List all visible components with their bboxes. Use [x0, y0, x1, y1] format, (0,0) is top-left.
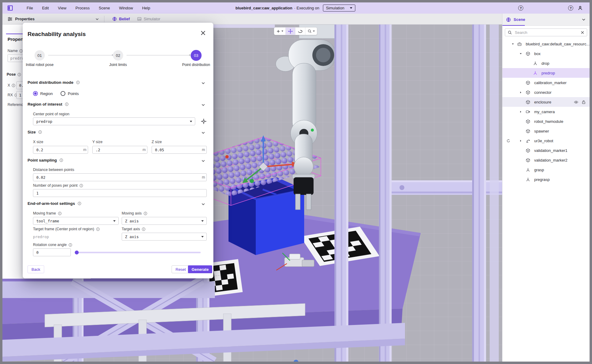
info-icon[interactable] [76, 80, 80, 84]
generate-button[interactable]: Generate [188, 265, 212, 273]
tree-item-pregrasp[interactable]: pregrasp [502, 175, 590, 184]
step-2-number: 02 [116, 53, 120, 58]
slider-thumb[interactable] [75, 251, 79, 254]
close-icon[interactable] [200, 30, 206, 36]
orbit-icon [298, 28, 303, 34]
tree-item-robot-hwmodule[interactable]: robot_hwmodule [502, 116, 590, 126]
menu-view[interactable]: View [58, 6, 66, 10]
properties-panel-selector[interactable]: Properties [15, 17, 35, 21]
chevron-down-icon [201, 236, 204, 238]
scene-tab[interactable]: Scene [514, 17, 525, 22]
target-frame-label: Target frame (Center point of region) [33, 227, 100, 231]
moving-frame-select[interactable]: tool_frame [33, 217, 119, 225]
chevron-down-icon[interactable] [511, 42, 515, 46]
info-icon[interactable] [143, 212, 147, 215]
reset-button[interactable]: Reset [172, 265, 190, 273]
menu-file[interactable]: File [27, 6, 33, 10]
x-size-field[interactable] [33, 146, 88, 154]
eye-icon[interactable] [574, 100, 578, 104]
tree-item-predrop[interactable]: predrop [502, 68, 590, 78]
menu-scene[interactable]: Scene [99, 6, 110, 10]
info-icon[interactable] [59, 158, 63, 162]
info-icon[interactable] [142, 227, 146, 231]
tree-item-root[interactable]: bluebird_caw:default_caw_resourc... [502, 39, 590, 49]
tree-item-enclosure[interactable]: enclosure [502, 97, 590, 107]
orbit-tool-button[interactable] [295, 28, 305, 35]
moving-frame-value: tool_frame [36, 219, 59, 223]
help-shortcut[interactable]: ? [518, 2, 523, 14]
x-size-unit: m [83, 148, 86, 152]
y-size-field[interactable] [92, 146, 147, 154]
radio-region[interactable]: Region [33, 91, 53, 96]
simulation-select[interactable]: Simulation [323, 5, 355, 11]
chevron-right-icon[interactable] [518, 91, 523, 94]
back-button[interactable]: Back [28, 265, 44, 273]
section-label: End-of-arm-tool settings [28, 201, 75, 206]
chevron-down-icon[interactable] [95, 17, 99, 21]
chevron-down-icon[interactable] [201, 81, 206, 85]
lock-icon[interactable] [581, 100, 586, 104]
step-1[interactable]: 01 [35, 50, 45, 61]
menu-help[interactable]: Help [142, 6, 150, 10]
moving-axis-label: Moving axis [122, 211, 147, 215]
rotation-cone-field[interactable] [33, 248, 71, 256]
info-icon[interactable] [65, 102, 69, 106]
distance-field[interactable] [33, 173, 207, 181]
menu-edit[interactable]: Edit [42, 6, 49, 10]
search-input[interactable] [514, 30, 578, 35]
rotation-cone-label: Rotation cone angle [33, 243, 72, 247]
account-icon[interactable] [577, 5, 583, 11]
z-size-field[interactable] [152, 146, 207, 154]
chevron-down-icon[interactable] [201, 159, 206, 163]
step-2[interactable]: 02 [113, 50, 123, 61]
chevron-down-icon[interactable] [518, 52, 523, 55]
tree-item-connector[interactable]: connector [502, 87, 590, 97]
chevron-right-icon[interactable] [518, 110, 523, 113]
zoom-tool-button[interactable] [305, 28, 317, 35]
info-icon[interactable] [79, 184, 83, 188]
tune-icon [7, 16, 13, 22]
info-icon[interactable] [68, 243, 72, 247]
rotation-cone-slider[interactable] [75, 252, 201, 253]
step-1-number: 01 [38, 53, 42, 58]
step-connector [48, 55, 113, 55]
step-connector [127, 55, 191, 55]
radio-points[interactable]: Points [61, 91, 79, 96]
add-object-button[interactable] [274, 28, 285, 35]
chevron-down-icon[interactable] [201, 202, 206, 206]
target-axis-select[interactable]: Z axis [122, 233, 207, 241]
tab-belief-label: Belief [119, 17, 130, 21]
moving-axis-select[interactable]: Z axis [122, 217, 207, 225]
tree-item-spawner[interactable]: spawner [502, 126, 590, 136]
menu-window[interactable]: Window [119, 6, 133, 10]
poses-label: Number of poses per point [33, 183, 83, 188]
info-icon[interactable] [58, 212, 62, 215]
center-point-select[interactable]: predrop [33, 117, 195, 125]
focus-crosshair-icon[interactable] [201, 118, 207, 124]
tree-item-validation-marker2[interactable]: validation_marker2 [502, 155, 590, 165]
move-tool-button[interactable] [286, 28, 295, 35]
tree-item-box[interactable]: box [502, 49, 590, 58]
poses-field[interactable] [33, 189, 207, 197]
step-3[interactable]: 03 [191, 50, 202, 61]
tree-item-validation-marker1[interactable]: validation_marker1 [502, 146, 590, 155]
info-icon[interactable] [77, 202, 81, 205]
info-icon[interactable] [38, 130, 42, 134]
tree-item-ur3e-robot[interactable]: ur3e_robot [502, 136, 590, 146]
tree-item-grasp[interactable]: grasp [502, 165, 590, 175]
info-icon[interactable] [96, 227, 100, 231]
chevron-down-icon[interactable] [581, 17, 586, 22]
help-icon[interactable]: ? [568, 5, 573, 11]
robot-icon [525, 139, 530, 143]
tree-item-my-camera[interactable]: my_camera [502, 107, 590, 116]
chevron-right-icon[interactable] [518, 139, 523, 143]
chevron-down-icon[interactable] [201, 103, 206, 107]
chevron-down-icon[interactable] [201, 130, 206, 135]
target-frame-label-text: Target frame (Center point of region) [33, 227, 94, 231]
tree-item-calibration-marker[interactable]: calibration_marker [502, 78, 590, 87]
menu-process[interactable]: Process [75, 6, 90, 10]
section-label: Point distribution mode [28, 80, 74, 85]
clear-search-icon[interactable] [580, 31, 584, 34]
poses-label-text: Number of poses per point [33, 183, 77, 188]
tree-item-drop[interactable]: drop [502, 58, 590, 68]
